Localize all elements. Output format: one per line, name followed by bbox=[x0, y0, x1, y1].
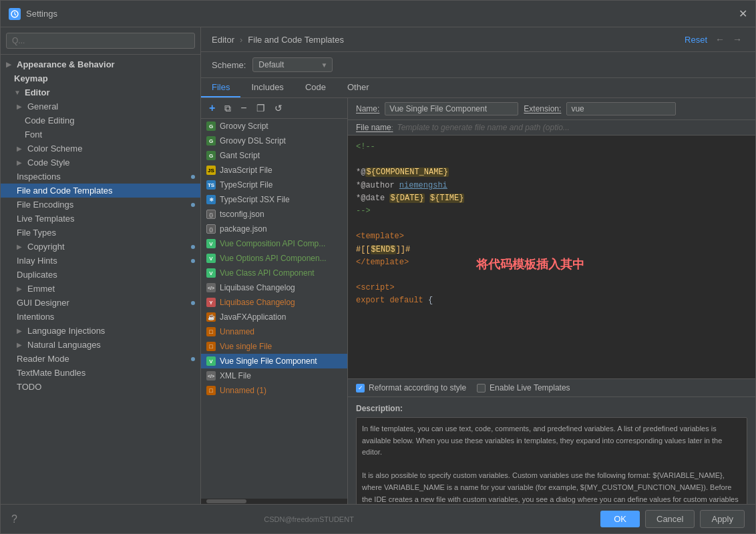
code-line: <template> bbox=[356, 230, 747, 243]
list-item[interactable]: □ Unnamed (1) bbox=[201, 383, 347, 398]
sidebar-item-emmet[interactable]: ▶ Emmet bbox=[1, 282, 200, 296]
forward-button[interactable]: → bbox=[730, 34, 745, 45]
live-templates-checkbox[interactable] bbox=[477, 384, 486, 392]
sidebar-item-general[interactable]: ▶ General bbox=[1, 99, 200, 113]
tab-other[interactable]: Other bbox=[337, 78, 380, 97]
search-input[interactable] bbox=[6, 33, 195, 49]
help-icon[interactable]: ? bbox=[11, 513, 17, 525]
sidebar-item-code-style[interactable]: ▶ Code Style bbox=[1, 156, 200, 170]
desc-text-1: In file templates, you can use text, cod… bbox=[362, 423, 741, 459]
vue-opt-icon: V bbox=[206, 254, 216, 263]
app-icon bbox=[9, 8, 21, 20]
sidebar-item-editor[interactable]: ▼ Editor bbox=[1, 85, 200, 99]
list-item[interactable]: G Gant Script bbox=[201, 148, 347, 163]
tab-code[interactable]: Code bbox=[295, 78, 337, 97]
description-panel: Description: In file templates, you can … bbox=[348, 397, 755, 504]
list-item-vue-single-component[interactable]: V Vue Single File Component bbox=[201, 354, 347, 368]
modified-indicator bbox=[191, 175, 195, 179]
javafx-icon: ☕ bbox=[206, 312, 216, 322]
sidebar-item-file-encodings[interactable]: File Encodings bbox=[1, 198, 200, 212]
sidebar-item-font[interactable]: Font bbox=[1, 127, 200, 142]
search-bar bbox=[1, 27, 200, 55]
close-button[interactable]: ✕ bbox=[739, 7, 747, 20]
sidebar-item-file-types[interactable]: File Types bbox=[1, 226, 200, 240]
list-item[interactable]: G Groovy DSL Script bbox=[201, 134, 347, 148]
list-item[interactable]: ☕ JavaFXApplication bbox=[201, 310, 347, 324]
tabs-bar: Files Includes Code Other bbox=[201, 78, 755, 98]
sidebar-item-natural-langs[interactable]: ▶ Natural Languages bbox=[1, 338, 200, 352]
code-editor[interactable]: <!-- *@${COMPONENT_NAME} *@author niemen… bbox=[348, 136, 755, 378]
description-label: Description: bbox=[356, 403, 747, 415]
sidebar-item-duplicates[interactable]: Duplicates bbox=[1, 268, 200, 282]
extension-input[interactable] bbox=[566, 102, 676, 115]
list-item[interactable]: V Vue Options API Componen... bbox=[201, 251, 347, 266]
description-box: In file templates, you can use text, cod… bbox=[356, 417, 747, 504]
apply-button[interactable]: Apply bbox=[700, 510, 745, 528]
file-list-toolbar: + ⧉ − ❐ ↺ bbox=[201, 98, 347, 119]
list-item[interactable]: {} package.json bbox=[201, 222, 347, 236]
breadcrumb-root: Editor bbox=[212, 35, 234, 45]
horizontal-scrollbar[interactable] bbox=[201, 499, 347, 504]
reformat-checkbox[interactable]: ✓ bbox=[356, 384, 365, 392]
breadcrumb-current: File and Code Templates bbox=[248, 35, 344, 45]
sidebar-item-textmate[interactable]: TextMate Bundles bbox=[1, 366, 200, 380]
list-item[interactable]: G Groovy Script bbox=[201, 119, 347, 134]
tab-files[interactable]: Files bbox=[201, 78, 240, 97]
sidebar-item-color-scheme[interactable]: ▶ Color Scheme bbox=[1, 142, 200, 156]
list-item[interactable]: □ Unnamed bbox=[201, 324, 347, 339]
list-item[interactable]: {} tsconfig.json bbox=[201, 207, 347, 222]
scrollbar-thumb bbox=[206, 499, 246, 503]
sidebar-item-reader-mode[interactable]: Reader Mode bbox=[1, 352, 200, 366]
list-item[interactable]: </> XML File bbox=[201, 368, 347, 383]
sidebar-item-lang-injections[interactable]: ▶ Language Injections bbox=[1, 324, 200, 338]
list-item[interactable]: JS JavaScript File bbox=[201, 163, 347, 178]
vue-comp-icon: V bbox=[206, 239, 216, 248]
sidebar-item-inlay-hints[interactable]: Inlay Hints bbox=[1, 254, 200, 268]
ok-button[interactable]: OK bbox=[600, 511, 640, 527]
json-icon: {} bbox=[206, 210, 216, 219]
reset-template-button[interactable]: ↺ bbox=[272, 101, 285, 115]
sidebar-item-code-editing[interactable]: Code Editing bbox=[1, 113, 200, 127]
expand-arrow-lang: ▶ bbox=[17, 327, 23, 334]
sidebar-tree: ▶ Appearance & Behavior Keymap ▼ Editor … bbox=[1, 55, 200, 504]
list-item[interactable]: V Vue Class API Component bbox=[201, 266, 347, 280]
list-item[interactable]: V Vue Composition API Comp... bbox=[201, 236, 347, 251]
sidebar-item-todo[interactable]: TODO bbox=[1, 380, 200, 394]
copy-template-button[interactable]: ⧉ bbox=[222, 101, 234, 115]
sidebar-item-live-templates[interactable]: Live Templates bbox=[1, 212, 200, 226]
scheme-select[interactable]: Default Project bbox=[252, 57, 333, 72]
list-item[interactable]: </> Liquibase Changelog bbox=[201, 280, 347, 295]
back-button[interactable]: ← bbox=[713, 34, 727, 45]
editor-panel: Name: Extension: File name: Template to … bbox=[348, 98, 755, 504]
sidebar-item-appearance[interactable]: ▶ Appearance & Behavior bbox=[1, 57, 200, 71]
remove-template-button[interactable]: − bbox=[238, 101, 249, 115]
filename-placeholder: Template to generate file name and path … bbox=[397, 123, 569, 132]
bottom-options: ✓ Reformat according to style Enable Liv… bbox=[348, 378, 755, 397]
sidebar-item-keymap[interactable]: Keymap bbox=[1, 71, 200, 85]
list-item[interactable]: ⚛ TypeScript JSX File bbox=[201, 192, 347, 207]
sidebar-item-inspections[interactable]: Inspections bbox=[1, 170, 200, 184]
list-item[interactable]: TS TypeScript File bbox=[201, 178, 347, 192]
name-input[interactable] bbox=[385, 102, 518, 115]
expand-arrow-codestyle: ▶ bbox=[17, 159, 23, 166]
tab-includes[interactable]: Includes bbox=[240, 78, 294, 97]
sidebar-item-gui-designer[interactable]: GUI Designer bbox=[1, 296, 200, 310]
code-line: </template> bbox=[356, 256, 747, 269]
sidebar-item-file-code-templates[interactable]: File and Code Templates bbox=[1, 184, 200, 198]
groovy-icon: G bbox=[206, 121, 216, 131]
add-template-button[interactable]: + bbox=[206, 101, 218, 115]
breadcrumb-separator: › bbox=[240, 35, 242, 45]
code-line: --> bbox=[356, 205, 747, 218]
sidebar-item-copyright[interactable]: ▶ Copyright bbox=[1, 240, 200, 254]
vue-class-icon: V bbox=[206, 268, 216, 278]
sidebar-item-intentions[interactable]: Intentions bbox=[1, 310, 200, 324]
modified-indicator-inlay bbox=[191, 259, 195, 263]
list-item[interactable]: Y Liquibase Changelog bbox=[201, 295, 347, 310]
expand-arrow-emmet: ▶ bbox=[17, 285, 23, 292]
reset-button[interactable]: Reset bbox=[685, 35, 707, 45]
live-templates-checkbox-row: Enable Live Templates bbox=[477, 383, 570, 392]
clone-template-button[interactable]: ❐ bbox=[254, 101, 268, 115]
watermark: CSDN@freedomSTUDENT bbox=[264, 515, 354, 523]
cancel-button[interactable]: Cancel bbox=[645, 510, 695, 528]
list-item[interactable]: □ Vue single File bbox=[201, 339, 347, 354]
